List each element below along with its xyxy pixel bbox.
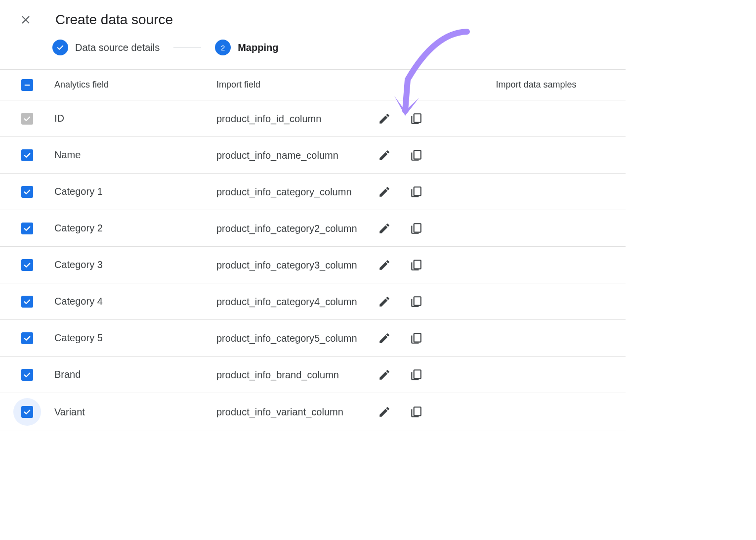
row-checkbox [21, 113, 33, 125]
import-field-cell: product_info_category3_column [216, 258, 378, 272]
row-checkbox[interactable] [21, 369, 33, 381]
row-checkbox[interactable] [21, 223, 33, 234]
svg-rect-8 [414, 297, 421, 305]
import-field-cell: product_info_category2_column [216, 222, 378, 235]
copy-button[interactable] [409, 185, 423, 199]
svg-rect-9 [414, 333, 421, 342]
analytics-field-cell: Category 2 [54, 223, 216, 234]
table-row: ID product_info_id_column [0, 100, 626, 137]
check-icon [23, 407, 32, 416]
pencil-icon [378, 222, 391, 235]
copy-button[interactable] [409, 112, 423, 126]
edit-button[interactable] [378, 112, 391, 126]
table-row: Category 5 product_info_category5_column [0, 320, 626, 357]
table-row: Category 2 product_info_category2_column [0, 210, 626, 247]
check-icon [23, 224, 32, 233]
table-row: Category 3 product_info_category3_column [0, 247, 626, 283]
check-icon [23, 151, 32, 160]
step-mapping[interactable]: 2 Mapping [215, 40, 278, 55]
check-icon [23, 334, 32, 343]
row-checkbox[interactable] [21, 259, 33, 271]
analytics-field-cell: Name [54, 149, 216, 161]
edit-button[interactable] [378, 258, 391, 272]
copy-button[interactable] [409, 368, 423, 382]
copy-icon [410, 295, 422, 308]
copy-button[interactable] [409, 295, 423, 309]
close-icon [20, 14, 32, 26]
pencil-icon [378, 368, 391, 381]
check-icon [56, 43, 65, 52]
row-checkbox[interactable] [21, 406, 33, 418]
edit-button[interactable] [378, 405, 391, 419]
copy-icon [410, 185, 422, 198]
edit-button[interactable] [378, 331, 391, 345]
copy-button[interactable] [409, 405, 423, 419]
pencil-icon [378, 149, 391, 162]
edit-button[interactable] [378, 222, 391, 235]
pencil-icon [378, 295, 391, 308]
copy-icon [410, 112, 422, 125]
analytics-field-cell: Category 3 [54, 259, 216, 270]
import-field-cell: product_info_category5_column [216, 331, 378, 345]
copy-button[interactable] [409, 258, 423, 272]
page-title: Create data source [55, 12, 173, 28]
step-badge-completed [52, 40, 68, 55]
table-row: Category 4 product_info_category4_column [0, 283, 626, 320]
pencil-icon [378, 332, 391, 345]
analytics-field-cell: Brand [54, 369, 216, 380]
table-header-row: Analytics field Import field Import data… [0, 70, 626, 100]
check-icon [23, 187, 32, 196]
import-field-cell: product_info_name_column [216, 148, 378, 162]
svg-rect-4 [414, 150, 421, 159]
analytics-field-cell: Category 4 [54, 296, 216, 307]
edit-button[interactable] [378, 295, 391, 309]
close-button[interactable] [20, 14, 32, 26]
table-row: Brand product_info_brand_column [0, 357, 626, 393]
analytics-field-cell: Category 1 [54, 186, 216, 197]
row-checkbox[interactable] [21, 296, 33, 308]
check-icon [23, 261, 32, 270]
svg-rect-11 [414, 407, 421, 415]
table-row: Category 1 product_info_category_column [0, 174, 626, 210]
row-checkbox[interactable] [21, 149, 33, 161]
svg-rect-6 [414, 224, 421, 232]
svg-rect-2 [25, 84, 30, 85]
svg-rect-3 [414, 114, 421, 122]
svg-rect-7 [414, 260, 421, 269]
table-row: Variant product_info_variant_column [0, 393, 626, 431]
copy-icon [410, 149, 422, 162]
check-icon [23, 297, 32, 306]
import-field-cell: product_info_brand_column [216, 368, 378, 382]
table-row: Name product_info_name_column [0, 137, 626, 174]
check-icon [23, 370, 32, 379]
step-connector [173, 47, 201, 48]
step-badge-current: 2 [215, 40, 231, 55]
import-field-cell: product_info_category4_column [216, 295, 378, 309]
row-checkbox[interactable] [21, 186, 33, 198]
copy-icon [410, 368, 422, 381]
step-label: Mapping [238, 42, 278, 53]
copy-icon [410, 259, 422, 271]
analytics-field-cell: Variant [54, 406, 216, 418]
column-header-import: Import field [216, 79, 378, 91]
copy-button[interactable] [409, 331, 423, 345]
import-field-cell: product_info_id_column [216, 112, 378, 126]
indeterminate-icon [23, 81, 32, 90]
edit-button[interactable] [378, 148, 391, 162]
copy-icon [410, 405, 422, 418]
column-header-analytics: Analytics field [54, 80, 216, 90]
column-header-samples: Import data samples [466, 80, 626, 90]
step-data-source-details[interactable]: Data source details [52, 40, 160, 55]
step-label: Data source details [75, 42, 160, 53]
stepper: Data source details 2 Mapping [0, 40, 626, 69]
copy-button[interactable] [409, 148, 423, 162]
pencil-icon [378, 259, 391, 271]
edit-button[interactable] [378, 368, 391, 382]
copy-icon [410, 332, 422, 345]
analytics-field-cell: Category 5 [54, 332, 216, 344]
edit-button[interactable] [378, 185, 391, 199]
row-checkbox[interactable] [21, 332, 33, 344]
copy-button[interactable] [409, 222, 423, 235]
pencil-icon [378, 185, 391, 198]
select-all-checkbox[interactable] [21, 79, 33, 91]
